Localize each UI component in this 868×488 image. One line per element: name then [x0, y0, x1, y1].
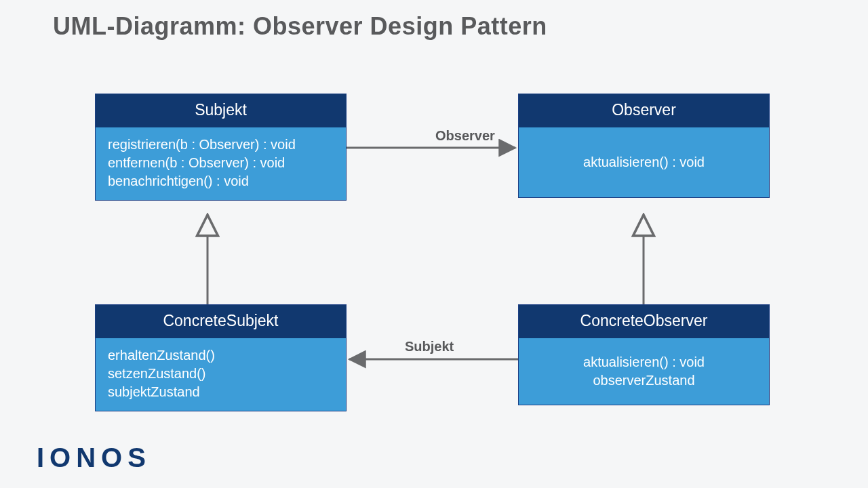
uml-class-name: ConcreteSubjekt	[96, 305, 346, 338]
uml-class-body: aktualisieren() : void	[519, 127, 769, 197]
uml-class-name: ConcreteObserver	[519, 305, 769, 338]
uml-method: benachrichtigen() : void	[108, 172, 334, 190]
uml-method: setzenZustand()	[108, 365, 334, 383]
uml-class-body: aktualisieren() : void observerZustand	[519, 338, 769, 405]
uml-class-observer: Observer aktualisieren() : void	[518, 94, 770, 198]
uml-class-body: registrieren(b : Observer) : void entfer…	[96, 127, 346, 200]
uml-method: aktualisieren() : void	[531, 353, 757, 371]
uml-method: registrieren(b : Observer) : void	[108, 136, 334, 154]
uml-class-concrete-observer: ConcreteObserver aktualisieren() : void …	[518, 304, 770, 405]
uml-method: aktualisieren() : void	[531, 153, 757, 171]
uml-method: erhaltenZustand()	[108, 346, 334, 365]
edge-label-observer: Observer	[435, 128, 495, 144]
logo: IONOS	[37, 443, 151, 473]
uml-class-body: erhaltenZustand() setzenZustand() subjek…	[96, 338, 346, 411]
uml-class-concrete-subject: ConcreteSubjekt erhaltenZustand() setzen…	[95, 304, 347, 411]
connectors	[0, 0, 868, 488]
page-title: UML-Diagramm: Observer Design Pattern	[53, 12, 547, 41]
uml-attribute: observerZustand	[531, 371, 757, 390]
edge-label-subject: Subjekt	[405, 339, 454, 354]
uml-class-subject: Subjekt registrieren(b : Observer) : voi…	[95, 94, 347, 201]
uml-class-name: Subjekt	[96, 94, 346, 127]
uml-class-name: Observer	[519, 94, 769, 127]
uml-method: entfernen(b : Observer) : void	[108, 154, 334, 172]
uml-attribute: subjektZustand	[108, 383, 334, 401]
